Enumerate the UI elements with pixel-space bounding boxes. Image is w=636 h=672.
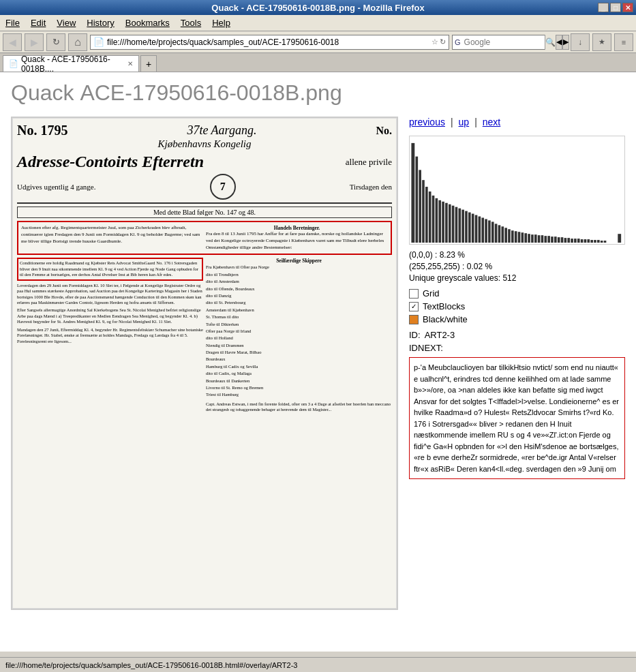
tab-0[interactable]: 📄 Quack - ACE-17950616-0018B.... ✕ — [3, 55, 139, 72]
svg-rect-16 — [461, 210, 464, 243]
tab-bar: 📄 Quack - ACE-17950616-0018B.... ✕ + — [0, 53, 636, 72]
svg-rect-29 — [504, 228, 507, 243]
forward-button[interactable]: ▶ — [25, 33, 44, 51]
reload-button[interactable]: ↻ — [46, 33, 65, 51]
menu-history[interactable]: History — [81, 16, 119, 29]
svg-rect-5 — [425, 187, 428, 243]
new-tab-button[interactable]: + — [140, 55, 157, 72]
svg-rect-42 — [547, 236, 550, 243]
menu-help[interactable]: Help — [207, 16, 236, 29]
checkbox-grid-label: Grid — [423, 288, 440, 299]
search-back[interactable]: ◀ — [556, 35, 562, 50]
menu-button[interactable]: ≡ — [614, 33, 633, 51]
svg-rect-26 — [495, 224, 498, 243]
svg-rect-1 — [411, 143, 414, 243]
stat-black: (0,0,0) : 8.23 % — [409, 250, 625, 260]
svg-rect-15 — [458, 209, 461, 243]
svg-rect-25 — [491, 222, 494, 243]
np-main-title: Adresse-Contoirts Efterretn — [17, 153, 204, 171]
svg-rect-48 — [567, 238, 570, 243]
maximize-button[interactable]: □ — [610, 3, 621, 12]
np-left-bottom: Mandagen den 27 Junii, Eftermiddag Kl. 4… — [17, 327, 203, 344]
svg-rect-4 — [422, 180, 425, 243]
checkbox-grid[interactable] — [409, 289, 419, 299]
home-button[interactable]: ⌂ — [68, 33, 87, 51]
newspaper-container: No. 1795 37te Aargang. No. Kjøbenhavns K… — [12, 118, 397, 609]
window-title: Quack - ACE-17950616-0018B.png - Mozilla… — [211, 3, 424, 13]
back-button[interactable]: ◀ — [3, 33, 22, 51]
address-bar[interactable]: 📄 file:///home/te/projects/quack/samples… — [90, 35, 449, 50]
up-link[interactable]: up — [459, 117, 470, 127]
svg-rect-57 — [597, 240, 600, 243]
svg-rect-56 — [594, 240, 596, 243]
close-button[interactable]: ✕ — [622, 3, 633, 12]
svg-rect-17 — [465, 211, 468, 243]
svg-rect-2 — [415, 157, 418, 243]
np-left-body: Conditionerne ere holdig Raadmand og Kjø… — [17, 258, 203, 412]
sep2: | — [474, 117, 477, 127]
np-body-col2: Handels Beretninger. Fra den 8 til 13 Ju… — [206, 225, 388, 251]
checkbox-blackwhite-row: Black/white — [409, 314, 625, 324]
svg-rect-13 — [452, 206, 455, 243]
stat-white: (255,255,255) : 0.02 % — [409, 262, 625, 271]
svg-rect-8 — [436, 198, 438, 243]
id-label: ID: — [409, 330, 421, 340]
menu-tools[interactable]: Tools — [175, 16, 207, 29]
search-forward[interactable]: ▶ — [562, 35, 569, 50]
svg-rect-3 — [419, 170, 421, 243]
menu-bookmarks[interactable]: Bookmarks — [120, 16, 175, 29]
svg-rect-52 — [581, 239, 584, 243]
checkbox-textblocks[interactable]: ✓ — [409, 302, 419, 311]
menu-view[interactable]: View — [51, 16, 81, 29]
tab-0-close[interactable]: ✕ — [127, 60, 133, 67]
svg-rect-43 — [551, 236, 554, 243]
svg-rect-50 — [574, 239, 577, 243]
svg-rect-58 — [601, 241, 603, 243]
np-col1-text: Auctionen efter afg. Regimentquartermeis… — [21, 225, 203, 245]
histogram-container — [409, 136, 625, 245]
checkbox-blackwhite[interactable] — [409, 315, 419, 324]
np-volume: 37te Aargang. — [187, 123, 256, 138]
svg-rect-10 — [442, 202, 444, 243]
main-layout: No. 1795 37te Aargang. No. Kjøbenhavns K… — [11, 117, 625, 610]
svg-rect-44 — [554, 236, 557, 243]
bookmark-button[interactable]: ★ — [592, 33, 611, 51]
svg-rect-27 — [498, 225, 501, 243]
histogram-svg — [410, 136, 624, 244]
downloads-button[interactable]: ↓ — [571, 33, 590, 51]
search-input[interactable] — [463, 37, 545, 47]
np-red-box: Conditionerne ere holdig Raadmand og Kjø… — [17, 258, 203, 280]
np-col3: No. — [376, 125, 392, 137]
pixel-stats: (0,0,0) : 8.23 % (255,255,255) : 0.02 % … — [409, 250, 625, 283]
address-text: file:///home/te/projects/quack/samples_o… — [107, 37, 431, 47]
page-title: Quack ACE-17950616-0018B.png — [11, 80, 625, 106]
menu-file[interactable]: File — [0, 16, 25, 29]
svg-rect-45 — [558, 237, 560, 243]
refresh-icon[interactable]: ↻ — [440, 37, 446, 46]
svg-rect-28 — [501, 226, 504, 243]
svg-rect-14 — [455, 207, 458, 243]
svg-rect-21 — [479, 217, 481, 243]
minimize-button[interactable]: _ — [598, 3, 609, 12]
idnext-row: IDNEXT: — [409, 343, 625, 353]
window-controls[interactable]: _ □ ✕ — [598, 3, 633, 12]
next-link[interactable]: next — [483, 117, 500, 127]
newspaper-header: No. 1795 37te Aargang. No. Kjøbenhavns K… — [17, 123, 392, 204]
nav-links: previous | up | next — [409, 117, 625, 127]
id-section: ID: ART2-3 IDNEXT: p-'a Meubclauclioyen … — [409, 330, 625, 479]
status-bar: file:///home/te/projects/quack/samples_o… — [0, 657, 636, 672]
star-icon[interactable]: ☆ — [431, 37, 438, 46]
np-date: Tirsdagen den — [350, 183, 392, 191]
search-button[interactable]: 🔍 — [545, 35, 556, 50]
svg-rect-39 — [538, 235, 541, 243]
svg-rect-6 — [429, 192, 431, 243]
menu-edit[interactable]: Edit — [25, 16, 51, 29]
idnext-label: IDNEXT: — [409, 343, 443, 353]
svg-rect-9 — [438, 200, 441, 243]
svg-rect-7 — [432, 196, 435, 243]
svg-rect-60 — [618, 234, 621, 243]
svg-rect-12 — [449, 204, 451, 243]
previous-link[interactable]: previous — [409, 117, 445, 127]
np-col2-text: Fra den 8 til 13 Junii 1795 har Anffar f… — [206, 231, 388, 251]
svg-rect-37 — [531, 234, 534, 243]
